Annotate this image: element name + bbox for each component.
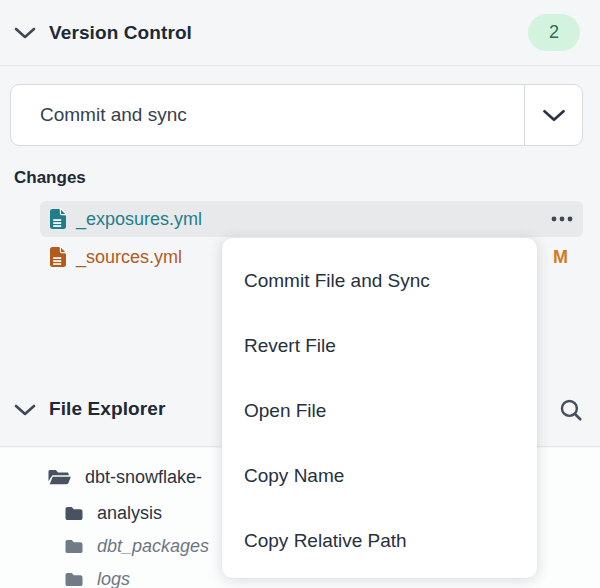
commit-dropdown-caret-button[interactable] <box>524 85 582 145</box>
menu-item-open-file[interactable]: Open File <box>222 378 537 443</box>
tree-item-logs[interactable]: logs <box>64 564 130 588</box>
tree-item-label: logs <box>97 569 130 588</box>
tree-item-label: dbt-snowflake- <box>85 467 202 488</box>
changed-file-name: _sources.yml <box>76 247 182 268</box>
changed-file-name: _exposures.yml <box>76 209 202 230</box>
changes-section-label: Changes <box>14 168 86 188</box>
file-context-menu: Commit File and Sync Revert File Open Fi… <box>222 238 537 578</box>
yml-file-icon <box>49 246 67 268</box>
menu-item-copy-name[interactable]: Copy Name <box>222 443 537 508</box>
file-explorer-title: File Explorer <box>49 398 165 420</box>
chevron-down-icon <box>542 106 566 124</box>
search-icon <box>559 398 582 421</box>
commit-action-dropdown[interactable]: Commit and sync <box>10 84 583 146</box>
tree-item-dbt-packages[interactable]: dbt_packages <box>64 531 209 561</box>
chevron-down-icon[interactable] <box>14 24 36 41</box>
tree-item-project-root[interactable]: dbt-snowflake- <box>47 462 202 492</box>
tree-item-analysis[interactable]: analysis <box>64 498 162 528</box>
tree-item-label: dbt_packages <box>97 536 209 557</box>
folder-icon <box>64 571 84 588</box>
changes-count-badge: 2 <box>528 14 580 51</box>
tree-item-label: analysis <box>97 503 162 524</box>
ide-side-panel: Version Control 2 Commit and sync Change… <box>0 0 600 588</box>
version-control-header: Version Control 2 <box>0 0 600 66</box>
menu-item-commit-file-and-sync[interactable]: Commit File and Sync <box>222 248 537 313</box>
modified-status-badge: M <box>553 247 568 268</box>
open-folder-icon <box>47 468 72 486</box>
version-control-title: Version Control <box>49 22 192 44</box>
file-search-button[interactable] <box>559 398 582 421</box>
menu-item-revert-file[interactable]: Revert File <box>222 313 537 378</box>
commit-action-label: Commit and sync <box>11 104 187 126</box>
yml-file-icon <box>49 208 67 230</box>
menu-item-copy-relative-path[interactable]: Copy Relative Path <box>222 508 537 573</box>
more-options-icon[interactable] <box>551 216 573 222</box>
folder-icon <box>64 538 84 555</box>
folder-icon <box>64 505 84 522</box>
chevron-down-icon[interactable] <box>14 401 36 418</box>
changed-file-row-exposures[interactable]: _exposures.yml <box>40 201 583 237</box>
